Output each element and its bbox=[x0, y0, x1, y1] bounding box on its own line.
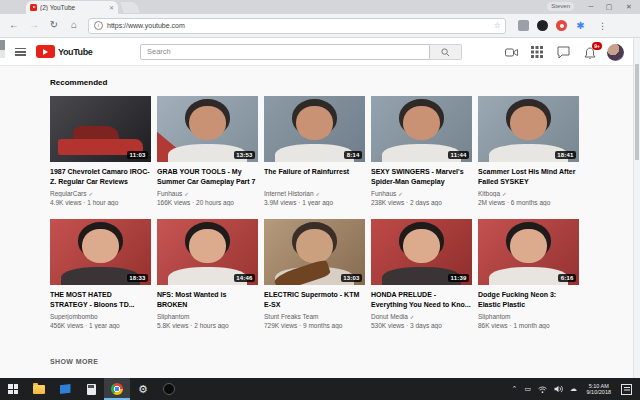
chrome-button[interactable] bbox=[104, 378, 130, 400]
video-card[interactable]: 11:031987 Chevrolet Camaro IROC-Z. Regul… bbox=[50, 96, 151, 206]
volume-icon[interactable] bbox=[554, 385, 563, 393]
address-bar[interactable]: i https://www.youtube.com ☆ bbox=[88, 18, 506, 34]
hidden-icons-chevron[interactable]: ⌃ bbox=[512, 385, 518, 393]
video-channel[interactable]: Funhaus✓ bbox=[157, 190, 258, 197]
video-meta: 86K views · 1 month ago bbox=[478, 322, 579, 329]
forward-button[interactable]: → bbox=[26, 17, 42, 33]
page-scrollbar[interactable] bbox=[633, 38, 640, 378]
video-card[interactable]: 6:16Dodge Fucking Neon 3: Elastic Plasti… bbox=[478, 219, 579, 329]
messages-icon[interactable] bbox=[557, 46, 570, 59]
video-channel[interactable]: Internet Historian✓ bbox=[264, 190, 365, 197]
video-title[interactable]: Scammer Lost His Mind After Failed SYSKE… bbox=[478, 167, 579, 186]
browser-tabstrip: (2) YouTube ✕ Steven ─ ▢ ✕ bbox=[0, 0, 640, 14]
mail-app-button[interactable] bbox=[52, 378, 78, 400]
youtube-page: YouTube Search 9+ Recommended 11:031987 … bbox=[0, 38, 640, 378]
video-channel[interactable]: Funhaus✓ bbox=[371, 190, 472, 197]
taskbar-clock[interactable]: 5:10 AM 9/10/2018 bbox=[587, 383, 611, 396]
file-explorer-button[interactable] bbox=[26, 378, 52, 400]
wifi-icon[interactable] bbox=[538, 386, 547, 393]
new-tab-button[interactable] bbox=[120, 2, 140, 13]
video-channel[interactable]: Donut Media✓ bbox=[371, 313, 472, 320]
video-card[interactable]: 11:44SEXY SWINGERS - Marvel's Spider-Man… bbox=[371, 96, 472, 206]
settings-button[interactable]: ⚙ bbox=[130, 378, 156, 400]
screen: (2) YouTube ✕ Steven ─ ▢ ✕ ← → ↻ ⌂ i htt… bbox=[0, 0, 640, 400]
extension-icon-1[interactable] bbox=[518, 20, 529, 31]
onedrive-cloud-icon[interactable]: ☁ bbox=[570, 385, 577, 393]
page-left-scroll-nub[interactable] bbox=[0, 40, 5, 58]
video-title[interactable]: The Failure of Rainfurrest bbox=[264, 167, 365, 186]
maximize-button[interactable]: ▢ bbox=[600, 0, 618, 13]
video-title[interactable]: THE MOST HATED STRATEGY - Bloons TD... bbox=[50, 290, 151, 309]
bookmark-star-icon[interactable]: ☆ bbox=[494, 21, 501, 30]
video-title[interactable]: ELECTRIC Supermoto - KTM E-SX bbox=[264, 290, 365, 309]
youtube-play-icon bbox=[36, 45, 55, 58]
account-avatar[interactable] bbox=[607, 44, 624, 61]
video-channel[interactable]: Stunt Freaks Team bbox=[264, 313, 365, 320]
video-card[interactable]: 8:14The Failure of RainfurrestInternet H… bbox=[264, 96, 365, 206]
home-button[interactable]: ⌂ bbox=[66, 17, 82, 33]
tray-window-icon[interactable]: ▭ bbox=[524, 385, 531, 393]
search-input[interactable]: Search bbox=[140, 44, 430, 60]
video-thumbnail[interactable]: 11:44 bbox=[371, 96, 472, 162]
video-meta: 530K views · 3 days ago bbox=[371, 322, 472, 329]
video-channel[interactable]: RegularCars✓ bbox=[50, 190, 151, 197]
apps-grid-icon[interactable] bbox=[531, 46, 544, 59]
page-info-icon[interactable]: i bbox=[94, 21, 103, 30]
video-title[interactable]: GRAB YOUR TOOLS - My Summer Car Gameplay… bbox=[157, 167, 258, 186]
notification-count-badge: 9+ bbox=[592, 42, 602, 50]
notifications-bell-icon[interactable]: 9+ bbox=[584, 46, 597, 59]
video-thumbnail[interactable]: 11:39 bbox=[371, 219, 472, 285]
video-card[interactable]: 18:41Scammer Lost His Mind After Failed … bbox=[478, 96, 579, 206]
close-button[interactable]: ✕ bbox=[620, 0, 638, 13]
video-title[interactable]: SEXY SWINGERS - Marvel's Spider-Man Game… bbox=[371, 167, 472, 186]
reload-button[interactable]: ↻ bbox=[46, 17, 62, 33]
video-channel[interactable]: Kitboga✓ bbox=[478, 190, 579, 197]
video-duration: 13:53 bbox=[234, 151, 255, 159]
video-channel[interactable]: Sliphantom bbox=[478, 313, 579, 320]
scrollbar-thumb[interactable] bbox=[635, 64, 639, 160]
calculator-button[interactable] bbox=[78, 378, 104, 400]
guide-menu-icon[interactable] bbox=[15, 48, 26, 56]
extension-icon-2[interactable] bbox=[537, 20, 548, 31]
video-thumbnail[interactable]: 13:03 bbox=[264, 219, 365, 285]
action-center-icon[interactable] bbox=[621, 384, 632, 395]
video-thumbnail[interactable]: 11:03 bbox=[50, 96, 151, 162]
video-thumbnail[interactable]: 14:46 bbox=[157, 219, 258, 285]
video-channel[interactable]: Superjombombo bbox=[50, 313, 151, 320]
extension-icon-4[interactable]: ✱ bbox=[575, 20, 586, 31]
video-title[interactable]: 1987 Chevrolet Camaro IROC-Z. Regular Ca… bbox=[50, 167, 151, 186]
youtube-favicon-icon bbox=[30, 4, 37, 11]
search-button[interactable] bbox=[430, 44, 462, 60]
video-card[interactable]: 18:33THE MOST HATED STRATEGY - Bloons TD… bbox=[50, 219, 151, 329]
video-meta: 4.9K views · 1 hour ago bbox=[50, 199, 151, 206]
video-thumbnail[interactable]: 13:53 bbox=[157, 96, 258, 162]
upload-video-icon[interactable] bbox=[505, 46, 518, 59]
video-card[interactable]: 13:03ELECTRIC Supermoto - KTM E-SXStunt … bbox=[264, 219, 365, 329]
video-card[interactable]: 14:46NFS: Most Wanted is BROKENSliphanto… bbox=[157, 219, 258, 329]
verified-icon: ✓ bbox=[184, 191, 189, 197]
search-icon bbox=[441, 48, 450, 57]
video-thumbnail[interactable]: 18:33 bbox=[50, 219, 151, 285]
youtube-logo[interactable]: YouTube bbox=[36, 45, 92, 58]
folder-icon bbox=[33, 385, 45, 394]
video-thumbnail[interactable]: 18:41 bbox=[478, 96, 579, 162]
video-title[interactable]: NFS: Most Wanted is BROKEN bbox=[157, 290, 258, 309]
video-thumbnail[interactable]: 8:14 bbox=[264, 96, 365, 162]
browser-profile-chip[interactable]: Steven bbox=[547, 2, 574, 11]
video-title[interactable]: HONDA PRELUDE - Everything You Need to K… bbox=[371, 290, 472, 309]
show-more-button[interactable]: SHOW MORE bbox=[50, 358, 98, 365]
start-button[interactable] bbox=[0, 378, 26, 400]
tab-close-icon[interactable]: ✕ bbox=[109, 4, 114, 11]
video-card[interactable]: 13:53GRAB YOUR TOOLS - My Summer Car Gam… bbox=[157, 96, 258, 206]
video-thumbnail[interactable]: 6:16 bbox=[478, 219, 579, 285]
video-title[interactable]: Dodge Fucking Neon 3: Elastic Plastic bbox=[478, 290, 579, 309]
extension-icon-3[interactable] bbox=[556, 20, 567, 31]
url-text[interactable]: https://www.youtube.com bbox=[107, 22, 494, 29]
browser-menu-icon[interactable]: ⋮ bbox=[598, 18, 607, 34]
video-card[interactable]: 11:39HONDA PRELUDE - Everything You Need… bbox=[371, 219, 472, 329]
browser-tab[interactable]: (2) YouTube ✕ bbox=[26, 1, 118, 14]
back-button[interactable]: ← bbox=[6, 17, 22, 33]
video-channel[interactable]: Sliphantom bbox=[157, 313, 258, 320]
minimize-button[interactable]: ─ bbox=[582, 0, 600, 13]
dark-app-button[interactable] bbox=[156, 378, 182, 400]
